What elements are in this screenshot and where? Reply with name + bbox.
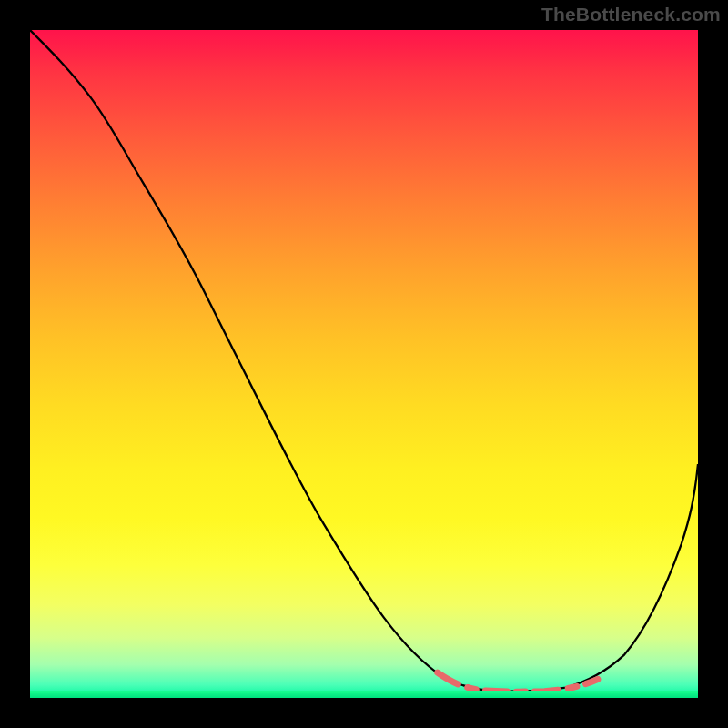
optimal-range-marker [438,672,598,692]
chart-svg [30,30,698,698]
bottleneck-curve [30,30,698,692]
plot-area [30,30,698,698]
chart-frame: TheBottleneck.com [0,0,728,728]
baseline-strip [30,691,698,698]
watermark-text: TheBottleneck.com [541,4,721,25]
